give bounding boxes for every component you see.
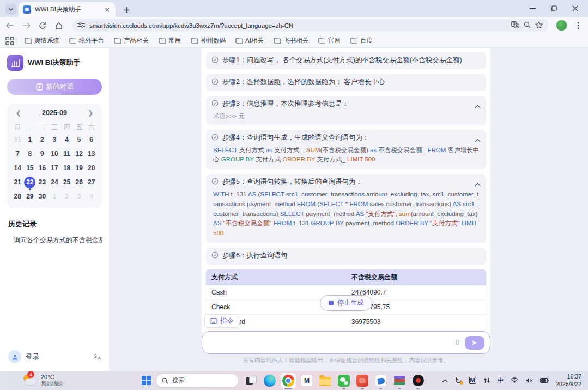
edge-icon[interactable] [262,373,277,388]
calendar-day[interactable]: 7 [11,147,24,160]
login-button[interactable]: 登录 [26,352,89,362]
calendar-day[interactable]: 26 [73,176,86,189]
home-icon[interactable] [53,20,64,31]
calendar-day[interactable]: 28 [11,190,24,203]
calendar-day[interactable]: 2 [36,133,49,146]
calendar-day[interactable]: 3 [73,190,86,203]
minimize-icon[interactable] [530,5,536,11]
history-item[interactable]: 询问各个交易方式的不含税金额 [7,236,102,245]
collapse-chevron-icon[interactable] [475,135,481,145]
calendar-day[interactable]: 13 [85,147,98,160]
tab-close-icon[interactable] [104,6,111,14]
bookmark-folder[interactable]: 常用 [155,35,185,46]
tray-m-icon[interactable]: M [469,377,476,384]
volume-muted-icon[interactable] [525,377,533,383]
tab-search-chevron-icon[interactable] [5,4,16,15]
calendar-day[interactable]: 3 [49,133,61,146]
profile-avatar[interactable] [556,20,567,31]
taskbar-search[interactable]: 搜索 [156,374,238,387]
bookmark-folder[interactable]: 舆情系统 [21,35,63,46]
calendar-day[interactable]: 14 [11,161,24,175]
bookmark-folder[interactable]: 神州数码 [187,35,229,46]
calendar-day[interactable]: 4 [60,133,73,146]
url-bar[interactable]: smartvision.ccclouds.com/app/kcdw3u3wxz7… [72,19,548,32]
bookmark-star-icon[interactable] [535,21,543,31]
url-text[interactable]: smartvision.ccclouds.com/app/kcdw3u3wxz7… [89,22,507,29]
taskbar-clock[interactable]: 16:37 2025/9/22 [556,373,581,387]
language-switch-icon[interactable]: 文A [93,353,101,361]
recorder-icon[interactable] [410,373,426,388]
bookmark-folder[interactable]: 产品相关 [110,35,153,46]
bookmark-folder[interactable]: 官网 [314,35,344,46]
kebab-menu-icon[interactable] [573,20,584,31]
battery-icon[interactable] [540,378,549,383]
maximize-icon[interactable] [551,5,557,11]
calendar-day[interactable]: 23 [36,176,49,189]
collapse-chevron-icon[interactable] [475,101,481,111]
calendar-day[interactable]: 10 [49,147,61,160]
back-icon[interactable] [4,20,15,31]
bookmark-folder[interactable]: 境外平台 [65,35,108,46]
send-button[interactable] [465,336,484,350]
calendar-day[interactable]: 4 [85,190,98,203]
calendar-day[interactable]: 20 [85,161,98,175]
site-settings-icon[interactable] [77,21,85,31]
new-chat-button[interactable]: 新的对话 [7,79,102,95]
zoom-search-icon[interactable] [524,21,531,31]
tray-network-arrows-icon[interactable] [483,377,490,383]
apps-grid-icon[interactable] [5,37,14,45]
reload-icon[interactable] [37,20,48,31]
ime-indicator[interactable]: 中 [498,376,504,385]
calendar-day[interactable]: 15 [24,161,37,175]
calendar-day[interactable]: 30 [36,190,49,203]
calendar-day[interactable]: 8 [24,147,37,160]
table-row[interactable]: Credit-Card36975503 [206,314,486,329]
calendar-day[interactable]: 5 [73,133,86,146]
calendar-next-icon[interactable]: ❯ [87,109,94,117]
wifi-icon[interactable] [511,377,518,383]
chat-input[interactable] [210,332,450,353]
file-explorer-icon[interactable] [318,373,333,388]
bookmark-folder[interactable]: 百度 [347,35,377,46]
calendar-prev-icon[interactable]: ❮ [15,109,22,117]
calendar-day[interactable]: 6 [85,133,98,146]
calendar-day[interactable]: 18 [60,161,73,175]
chrome-icon[interactable] [281,373,296,388]
calendar-day[interactable]: 1 [24,133,37,146]
calendar-day[interactable]: 21 [11,176,24,189]
winrar-icon[interactable] [392,373,407,388]
forward-icon[interactable] [21,20,32,31]
calendar-day[interactable]: 29 [24,190,37,203]
browser-tab[interactable]: WWI BI决策助手 [19,2,116,17]
red-app-icon[interactable] [355,373,370,388]
close-window-icon[interactable] [572,5,578,11]
chat-input-box[interactable]: 0 [202,331,490,354]
command-button[interactable]: 指令 [204,314,239,328]
new-tab-icon[interactable] [121,4,132,15]
calendar-day[interactable]: 9 [36,147,49,160]
tray-sync-icon[interactable] [455,377,462,384]
task-view-icon[interactable] [244,373,259,388]
calendar-day[interactable]: 16 [36,161,49,175]
calendar-day[interactable]: 1 [49,190,61,203]
calendar-day[interactable]: 2 [60,190,73,203]
wechat-icon[interactable] [336,373,351,388]
calendar-day[interactable]: 31 [11,133,24,146]
bookmark-folder[interactable]: 飞书相关 [270,35,312,46]
collapse-chevron-icon[interactable] [475,179,481,189]
stop-generating-button[interactable]: 停止生成 [320,295,372,311]
calendar-day[interactable]: 24 [49,176,61,189]
blue-app-icon[interactable] [373,373,389,388]
calendar-day[interactable]: 11 [60,147,73,160]
calendar-day[interactable]: 25 [60,176,73,189]
tray-expand-chevron-icon[interactable] [442,379,448,382]
taskbar-weather-widget[interactable]: 4 20°C 局部晴朗 [0,374,142,387]
calendar-day[interactable]: 19 [73,161,86,175]
calendar-day[interactable]: 17 [49,161,61,175]
calendar-day[interactable]: 12 [73,147,86,160]
m-app-icon[interactable] [299,373,314,388]
windows-start-icon[interactable] [142,376,151,385]
calendar-day[interactable]: 27 [85,176,98,189]
bookmark-folder[interactable]: AI相关 [232,35,268,46]
calendar-day-selected[interactable]: 22 [24,176,37,189]
